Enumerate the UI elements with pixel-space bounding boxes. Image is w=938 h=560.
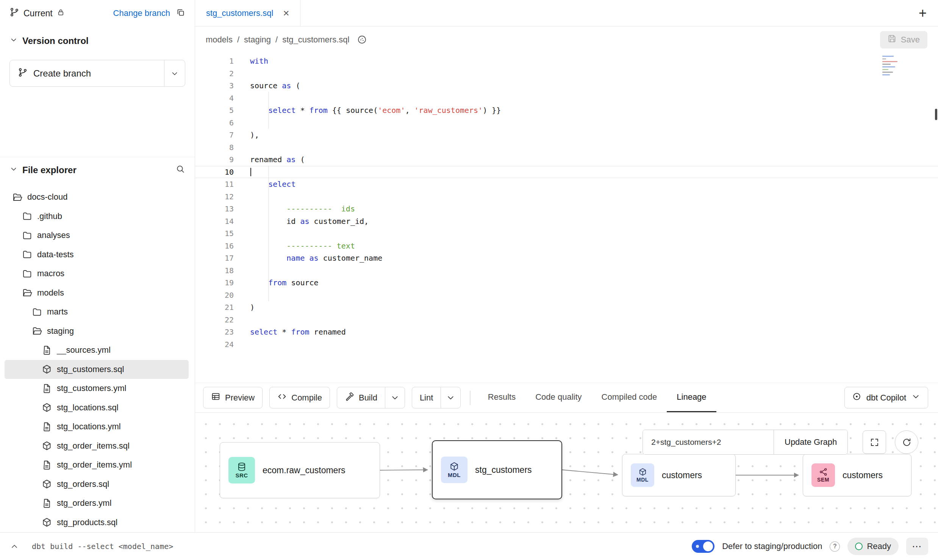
tree-item--github[interactable]: .github	[5, 207, 189, 226]
file-explorer-section-header[interactable]: File explorer	[0, 157, 195, 181]
file-icon	[42, 383, 52, 394]
change-branch-link[interactable]: Change branch	[113, 8, 170, 18]
lineage-node-customers[interactable]: MDLcustomers	[622, 454, 736, 496]
fullscreen-button[interactable]	[863, 430, 886, 454]
git-branch-icon	[9, 7, 19, 19]
create-branch-split-button: Create branch	[9, 60, 185, 87]
save-button[interactable]: Save	[880, 31, 927, 48]
current-branch-label: Current	[23, 8, 53, 19]
file-explorer-title: File explorer	[22, 165, 77, 175]
file-icon	[42, 422, 52, 432]
code-editor[interactable]: 123456789101112131415161718192021222324 …	[195, 53, 938, 383]
tree-item-stg-order-items-yml[interactable]: stg_order_items.yml	[5, 455, 189, 475]
editor-toolbar: Preview Compile Build Lint ResultsCode q…	[195, 383, 938, 413]
toggle-knob	[703, 541, 713, 551]
model-cube-icon	[42, 364, 52, 374]
minimap[interactable]	[882, 56, 902, 75]
folder-open-icon	[22, 288, 32, 298]
refresh-button[interactable]	[895, 430, 918, 454]
breadcrumb-item: staging	[244, 35, 271, 45]
lineage-node-customers[interactable]: SEMcustomers	[803, 454, 911, 496]
tab-results[interactable]: Results	[478, 383, 525, 412]
tree-item-models[interactable]: models	[5, 283, 189, 303]
copilot-icon[interactable]	[357, 34, 367, 45]
tree-item-docs-cloud[interactable]: docs-cloud	[5, 188, 189, 207]
tree-item-stg-locations-sql[interactable]: stg_locations.sql	[5, 398, 189, 418]
tree-item-label: stg_order_items.yml	[57, 460, 132, 470]
compile-button[interactable]: Compile	[269, 387, 330, 408]
create-branch-button[interactable]: Create branch	[10, 60, 164, 86]
editor-code[interactable]: withsource as ( select * from {{ source(…	[195, 55, 938, 350]
lineage-selector-input[interactable]	[643, 430, 774, 454]
tree-item-analyses[interactable]: analyses	[5, 226, 189, 245]
lineage-node-label: customers	[843, 470, 883, 480]
tab-code-quality[interactable]: Code quality	[525, 383, 591, 412]
more-options-button[interactable]: ⋯	[906, 538, 928, 555]
tree-item-stg-customers-sql[interactable]: stg_customers.sql	[5, 360, 189, 379]
lineage-canvas[interactable]: Update Graph SRCecom.raw_customersMDLstg…	[195, 413, 938, 532]
tree-item-stg-customers-yml[interactable]: stg_customers.yml	[5, 379, 189, 398]
lineage-node-ecom-raw-customers[interactable]: SRCecom.raw_customers	[220, 442, 380, 498]
lineage-node-stg-customers[interactable]: MDLstg_customers	[432, 440, 562, 499]
breadcrumb: models/staging/stg_customers.sql	[206, 35, 349, 45]
dbt-copilot-button[interactable]: dbt Copilot	[844, 387, 928, 408]
tab-label: stg_customers.sql	[206, 8, 273, 18]
breadcrumb-row: models/staging/stg_customers.sql Save	[195, 27, 938, 53]
tree-item-label: stg_locations.yml	[57, 422, 121, 432]
lineage-node-label: ecom.raw_customers	[263, 465, 345, 476]
new-tab-button[interactable]: +	[907, 0, 938, 26]
create-branch-dropdown[interactable]	[164, 60, 185, 86]
table-icon	[211, 392, 220, 404]
tree-item-data-tests[interactable]: data-tests	[5, 245, 189, 264]
tree-item-staging[interactable]: staging	[5, 322, 189, 341]
version-control-section-header[interactable]: Version control	[0, 27, 195, 49]
tree-item-marts[interactable]: marts	[5, 302, 189, 322]
folder-icon	[32, 307, 42, 317]
search-icon[interactable]	[175, 164, 185, 176]
build-dropdown[interactable]	[385, 387, 405, 408]
help-icon[interactable]: ?	[830, 541, 840, 552]
sem-badge: SEM	[811, 463, 835, 487]
copy-icon[interactable]	[176, 8, 185, 19]
folder-icon	[22, 211, 32, 221]
tree-item-macros[interactable]: macros	[5, 264, 189, 283]
tree-item-stg-orders-sql[interactable]: stg_orders.sql	[5, 475, 189, 494]
tree-item-label: stg_customers.yml	[57, 383, 126, 393]
lint-split-button[interactable]: Lint	[412, 387, 461, 408]
main-area: stg_customers.sql × + models/staging/stg…	[195, 0, 938, 532]
model-cube-icon	[42, 441, 52, 451]
folder-icon	[22, 269, 32, 279]
folder-icon	[22, 230, 32, 241]
preview-button[interactable]: Preview	[203, 387, 263, 408]
tree-item-label: stg_order_items.sql	[57, 441, 130, 451]
defer-toggle[interactable]	[692, 540, 714, 553]
build-split-button[interactable]: Build	[337, 387, 405, 408]
dbt-cloud-ide: Current Change branch Version control Cr…	[0, 0, 938, 560]
lineage-selector-group: Update Graph	[643, 430, 848, 455]
close-icon[interactable]: ×	[283, 8, 289, 19]
editor-scrollbar[interactable]	[935, 109, 937, 120]
tab-stg-customers-sql[interactable]: stg_customers.sql ×	[195, 0, 300, 26]
lineage-node-label: customers	[662, 470, 702, 480]
tab-compiled-code[interactable]: Compiled code	[592, 383, 667, 412]
tree-item-label: stg_orders.yml	[57, 498, 111, 508]
tree-item-stg-locations-yml[interactable]: stg_locations.yml	[5, 417, 189, 436]
tree-item-stg-order-items-sql[interactable]: stg_order_items.sql	[5, 436, 189, 456]
status-bar: dbt build --select <model_name> Defer to…	[0, 532, 938, 560]
tree-item-label: stg_customers.sql	[57, 364, 124, 374]
breadcrumb-separator: /	[275, 35, 278, 45]
lint-dropdown[interactable]	[441, 387, 460, 408]
tab-lineage[interactable]: Lineage	[667, 383, 716, 412]
src-badge: SRC	[228, 457, 255, 483]
defer-label: Defer to staging/production	[722, 541, 822, 551]
code-icon	[277, 392, 287, 404]
chevron-up-icon[interactable]	[10, 542, 19, 551]
tree-item-label: data-tests	[37, 250, 74, 260]
tree-item--sources-yml[interactable]: __sources.yml	[5, 341, 189, 360]
toolbar-divider	[470, 391, 471, 405]
lock-icon	[57, 8, 65, 19]
result-tabs: ResultsCode qualityCompiled codeLineage	[478, 383, 716, 412]
update-graph-button[interactable]: Update Graph	[774, 430, 847, 454]
tree-item-stg-products-sql[interactable]: stg_products.sql	[5, 513, 189, 532]
tree-item-stg-orders-yml[interactable]: stg_orders.yml	[5, 494, 189, 513]
